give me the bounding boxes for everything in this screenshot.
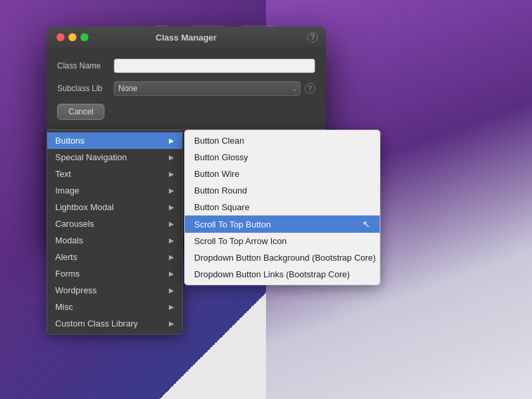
window-title: Class Manager	[156, 33, 217, 43]
submenu-item-button-wire[interactable]: Button Wire	[185, 166, 380, 182]
submenu-item-button-round[interactable]: Button Round	[185, 182, 380, 199]
menu-item-image-label: Image	[55, 186, 79, 196]
menu-item-special-navigation[interactable]: Special Navigation ▶	[47, 149, 182, 166]
chevron-right-icon: ▶	[169, 154, 174, 161]
chevron-right-icon: ▶	[169, 203, 174, 211]
menu-item-lightbox-modal[interactable]: Lightbox Modal ▶	[47, 199, 182, 215]
title-help-icon[interactable]: ?	[307, 32, 318, 43]
submenu-item-scroll-to-top-button-label: Scroll To Top Button	[194, 219, 271, 229]
secondary-menu: Button Clean Button Glossy Button Wire B…	[184, 130, 380, 285]
submenu-item-button-glossy[interactable]: Button Glossy	[185, 149, 380, 166]
close-button[interactable]	[57, 33, 65, 41]
menu-item-modals-label: Modals	[55, 235, 83, 245]
menu-item-text[interactable]: Text ▶	[47, 166, 182, 182]
cursor-icon: ↖	[362, 219, 370, 229]
chevron-right-icon: ▶	[169, 137, 174, 144]
menu-item-custom-class-library[interactable]: Custom Class Library ▶	[47, 315, 182, 332]
subclass-lib-row: Subclass Lib None ⌄ ?	[57, 81, 315, 96]
cancel-button[interactable]: Cancel	[57, 104, 104, 120]
menu-item-image[interactable]: Image ▶	[47, 182, 182, 199]
menu-item-text-label: Text	[55, 169, 71, 179]
menu-item-forms-label: Forms	[55, 269, 80, 279]
class-name-input[interactable]	[114, 59, 315, 73]
chevron-right-icon: ▶	[169, 320, 174, 327]
chevron-right-icon: ▶	[169, 170, 174, 178]
menu-item-lightbox-modal-label: Lightbox Modal	[55, 202, 114, 212]
menu-item-custom-class-library-label: Custom Class Library	[55, 319, 138, 329]
subclass-select[interactable]: None	[114, 81, 301, 96]
title-bar: Class Manager ?	[47, 27, 326, 48]
submenu-item-button-clean[interactable]: Button Clean	[185, 132, 380, 149]
submenu-item-dropdown-button-background[interactable]: Dropdown Button Background (Bootstrap Co…	[185, 249, 380, 266]
menu-item-carousels[interactable]: Carousels ▶	[47, 215, 182, 232]
submenu-item-dropdown-button-links[interactable]: Dropdown Button Links (Bootstrap Core)	[185, 266, 380, 283]
subclass-select-wrapper: None ⌄	[114, 81, 301, 96]
class-name-row: Class Name	[57, 59, 315, 73]
submenu-item-button-square[interactable]: Button Square	[185, 199, 380, 215]
chevron-right-icon: ▶	[169, 287, 174, 294]
menu-item-carousels-label: Carousels	[55, 219, 94, 229]
menu-item-special-navigation-label: Special Navigation	[55, 152, 127, 162]
chevron-right-icon: ▶	[169, 220, 174, 227]
chevron-right-icon: ▶	[169, 187, 174, 194]
primary-menu: Buttons ▶ Special Navigation ▶ Text ▶ Im…	[47, 130, 183, 334]
menu-item-alerts[interactable]: Alerts ▶	[47, 249, 182, 265]
chevron-right-icon: ▶	[169, 237, 174, 244]
button-row: Cancel	[57, 104, 315, 120]
modal-body: Class Name Subclass Lib None ⌄ ? Cancel	[47, 48, 326, 129]
class-name-label: Class Name	[57, 61, 114, 70]
menu-item-wordpress-label: Wordpress	[55, 285, 97, 295]
minimize-button[interactable]	[68, 33, 76, 41]
menu-item-modals[interactable]: Modals ▶	[47, 232, 182, 249]
traffic-lights	[57, 33, 88, 41]
dropdown-container: Buttons ▶ Special Navigation ▶ Text ▶ Im…	[47, 130, 380, 334]
submenu-item-scroll-to-top-arrow-icon[interactable]: Scroll To Top Arrow Icon	[185, 233, 380, 249]
menu-item-misc[interactable]: Misc ▶	[47, 299, 182, 315]
maximize-button[interactable]	[80, 33, 88, 41]
subclass-lib-label: Subclass Lib	[57, 84, 114, 93]
menu-item-alerts-label: Alerts	[55, 252, 77, 262]
subclass-help-icon[interactable]: ?	[305, 83, 315, 94]
menu-item-forms[interactable]: Forms ▶	[47, 265, 182, 282]
chevron-right-icon: ▶	[169, 253, 174, 261]
chevron-right-icon: ▶	[169, 270, 174, 277]
modal-window: Class Manager ? Class Name Subclass Lib …	[47, 27, 326, 238]
menu-item-misc-label: Misc	[55, 302, 73, 312]
menu-item-buttons-label: Buttons	[55, 136, 84, 146]
menu-item-wordpress[interactable]: Wordpress ▶	[47, 282, 182, 299]
submenu-item-scroll-to-top-button[interactable]: Scroll To Top Button ↖	[185, 215, 380, 233]
menu-item-buttons[interactable]: Buttons ▶	[47, 132, 182, 149]
chevron-right-icon: ▶	[169, 303, 174, 311]
